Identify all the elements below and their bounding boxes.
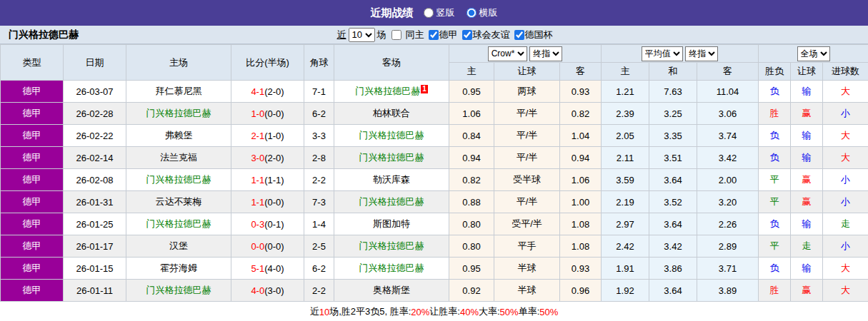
europe-away-odds: 3.42 [697,147,759,169]
away-team-name[interactable]: 柏林联合 [373,108,410,118]
away-team-name[interactable]: 门兴格拉德巴赫 [359,152,424,163]
handicap-home-odds: 0.88 [449,191,494,213]
away-team-name[interactable]: 门兴格拉德巴赫 [359,240,424,251]
home-team-cell: 门兴格拉德巴赫 [126,103,231,125]
result-select-group: 全场 [759,45,868,63]
away-team-name[interactable]: 门兴格拉德巴赫 [359,130,424,141]
summary-segment-5: 40% [460,307,479,317]
away-team-name[interactable]: 门兴格拉德巴赫 [359,263,424,273]
result-wdl: 负 [759,125,791,147]
rank-badge: 1 [421,85,428,93]
handicap-home-odds: 0.82 [449,169,494,191]
europe-draw-odds: 3.64 [649,169,697,191]
table-row: 德甲26-01-31云达不莱梅1-1(0-0)7-3门兴格拉德巴赫0.88平/半… [1,191,868,213]
home-team-name[interactable]: 霍芬海姆 [160,263,197,273]
away-team-name[interactable]: 勒沃库森 [373,174,410,185]
summary-segment-0: 近 [310,305,319,318]
handicap-away-odds: 0.93 [560,81,602,103]
table-row: 德甲26-01-25门兴格拉德巴赫0-3(0-1)1-4斯图加特0.80受平/半… [1,213,868,235]
corner-score: 2-2 [304,169,334,191]
away-team-name[interactable]: 斯图加特 [373,218,410,229]
home-team-name[interactable]: 门兴格拉德巴赫 [146,285,211,295]
handicap-stage-select[interactable]: 终指 [529,46,562,61]
handicap-home-odds: 0.95 [449,81,494,103]
europe-home-odds: 2.05 [602,125,649,147]
table-row: 德甲26-02-28门兴格拉德巴赫1-0(0-0)6-2柏林联合1.06平/半0… [1,103,868,125]
europe-stage-select[interactable]: 终指 [685,46,718,61]
europe-source-select[interactable]: 平均值 [642,46,683,61]
home-team-name[interactable]: 拜仁慕尼黑 [156,86,202,96]
handicap-source-select[interactable]: Crow* [488,46,527,61]
result-goals: 小 [823,169,868,191]
near-link[interactable]: 近 [337,29,346,41]
handicap-home-odds: 0.84 [449,125,494,147]
handicap-line: 平/半 [494,103,560,125]
result-handicap: 输 [791,81,823,103]
europe-away-odds: 2.00 [697,169,759,191]
home-team-name[interactable]: 弗赖堡 [165,130,193,141]
halftime-score: (0-0) [264,197,284,208]
home-team-name[interactable]: 汉堡 [169,240,188,251]
match-date: 26-01-11 [64,280,126,302]
subheader-handicap-line: 让球 [494,63,560,81]
home-team-name[interactable]: 门兴格拉德巴赫 [146,174,211,185]
handicap-home-odds: 0.95 [449,258,494,280]
away-team-name[interactable]: 奥格斯堡 [373,285,410,295]
league-badge: 德甲 [1,280,64,302]
filter-checkbox-input-0[interactable] [391,30,401,40]
europe-home-odds: 2.42 [602,235,649,258]
corner-score: 1-4 [304,213,334,235]
subheader-europe-away: 客 [697,63,759,81]
halftime-score: (0-0) [264,108,284,119]
fulltime-score: 3-0 [251,153,264,163]
handicap-line: 平/半 [494,147,560,169]
corner-score: 2-8 [304,147,334,169]
result-handicap: 输 [791,213,823,235]
home-team-name[interactable]: 云达不莱梅 [156,196,202,207]
score-cell: 1-1(0-0) [231,191,304,213]
filter-checkbox-input-2[interactable] [462,30,472,40]
handicap-away-odds: 0.93 [560,258,602,280]
home-team-cell: 霍芬海姆 [126,258,231,280]
filter-checkbox-input-3[interactable] [514,30,524,40]
score-cell: 3-0(2-0) [231,147,304,169]
filter-bar: 门兴格拉德巴赫 近 10 场 同主德甲球会友谊德国杯 [0,26,868,44]
europe-home-odds: 3.59 [602,169,649,191]
home-team-name[interactable]: 法兰克福 [160,152,197,163]
away-team-cell: 柏林联合 [334,103,449,125]
home-team-cell: 云达不莱梅 [126,191,231,213]
filter-checkbox-label-2: 球会友谊 [473,29,510,41]
away-team-name[interactable]: 门兴格拉德巴赫 [359,196,424,207]
home-team-name[interactable]: 门兴格拉德巴赫 [146,218,211,229]
match-date: 26-01-17 [64,235,126,258]
result-goals: 大 [823,147,868,169]
summary-segment-4: 让胜率: [429,305,460,318]
result-goals: 小 [823,235,868,258]
result-goals: 小 [823,103,868,125]
halftime-score: (4-0) [264,263,284,274]
filter-checkbox-3: 德国杯 [510,29,553,41]
handicap-home-odds: 1.06 [449,103,494,125]
fulltime-score: 0-0 [251,241,264,252]
match-count-select[interactable]: 10 [349,28,375,42]
home-team-name[interactable]: 门兴格拉德巴赫 [146,108,211,118]
match-date: 26-02-08 [64,169,126,191]
subheader-handicap-away: 客 [560,63,602,81]
result-goals: 大 [823,258,868,280]
layout-radio-input-1[interactable] [467,8,477,18]
layout-radio-input-0[interactable] [424,8,434,18]
result-handicap: 赢 [791,280,823,302]
handicap-away-odds: 1.08 [560,213,602,235]
away-team-name[interactable]: 门兴格拉德巴赫 [355,86,420,96]
handicap-line: 平手 [494,235,560,258]
europe-away-odds: 2.26 [697,213,759,235]
filter-checkbox-input-1[interactable] [429,30,439,40]
halftime-score: (0-1) [264,219,284,230]
handicap-home-odds: 0.94 [449,147,494,169]
handicap-line: 平/半 [494,125,560,147]
result-scope-select[interactable]: 全场 [797,46,830,61]
handicap-line: 受半球 [494,169,560,191]
filter-checkbox-label-1: 德甲 [439,29,458,41]
halftime-score: (2-0) [264,153,284,163]
match-date: 26-01-15 [64,258,126,280]
